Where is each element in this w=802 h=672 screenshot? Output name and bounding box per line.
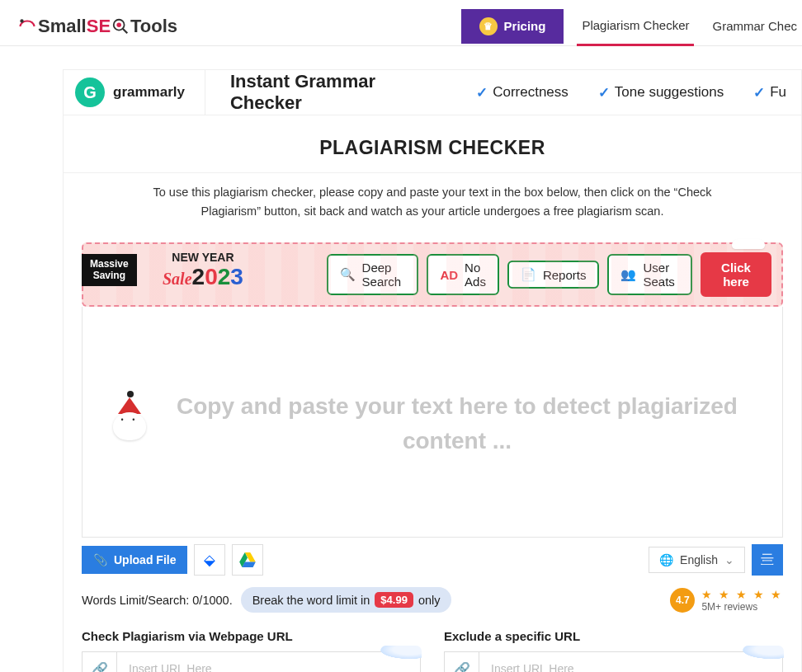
instructions-text: To use this plagiarism checker, please c…	[64, 172, 801, 242]
text-editor-area[interactable]: Copy and paste your text here to detect …	[82, 307, 783, 538]
chevron-down-icon: ⌄	[724, 553, 734, 566]
logo-text-small: Small	[38, 16, 87, 37]
grammarly-feature-correctness: ✓Correctness	[461, 84, 583, 101]
santa-icon	[111, 397, 149, 440]
globe-icon: 🌐	[659, 553, 673, 566]
check-icon: ✓	[753, 84, 765, 101]
language-selector[interactable]: 🌐 English ⌄	[649, 547, 745, 573]
exclude-url-input[interactable]	[479, 652, 782, 672]
exclude-url-column: Exclude a specific URL 🔗	[444, 629, 783, 672]
svg-point-0	[20, 19, 23, 22]
exclude-url-label: Exclude a specific URL	[444, 629, 783, 643]
users-icon: 👥	[620, 267, 636, 282]
check-url-column: Check Plagiarism via Webpage URL 🔗	[82, 629, 421, 672]
nav-plagiarism-checker[interactable]: Plagiarism Checker	[577, 7, 694, 46]
text-width-icon: 亖	[761, 552, 774, 569]
promo-pill-reports[interactable]: 📄Reports	[507, 261, 600, 289]
text-format-button[interactable]: 亖	[752, 544, 783, 576]
pricing-label: Pricing	[504, 19, 546, 33]
price-badge: $4.99	[375, 592, 413, 608]
snow-decoration	[732, 239, 765, 249]
magnifier-icon	[111, 17, 130, 35]
url-inputs-row: Check Plagiarism via Webpage URL 🔗 Exclu…	[82, 629, 783, 672]
promo-pill-user-seats[interactable]: 👥User Seats	[607, 254, 692, 295]
check-url-input-wrap: 🔗	[82, 651, 421, 672]
upload-file-button[interactable]: 📎 Upload File	[82, 546, 187, 574]
svg-line-3	[123, 28, 128, 33]
reviews-block[interactable]: 4.7 ★ ★ ★ ★ ★ 5M+ reviews	[670, 588, 783, 613]
stars-icon: ★ ★ ★ ★ ★	[701, 588, 783, 601]
promo-click-here-button[interactable]: Click here	[701, 252, 771, 297]
grammarly-logo: G grammarly	[64, 70, 205, 115]
link-icon: 🔗	[445, 652, 479, 672]
new-year-label: NEW YEAR	[163, 251, 243, 264]
words-limit-row: Words Limit/Search: 0/1000. Break the wo…	[82, 587, 783, 613]
logo-text-seo: SE	[87, 16, 111, 37]
grammarly-feature-tone: ✓Tone suggestions	[583, 84, 738, 101]
review-count: 5M+ reviews	[701, 601, 783, 613]
sale-word: Sale	[163, 270, 192, 289]
google-drive-button[interactable]	[232, 544, 263, 576]
logo[interactable]: SmallSETools	[17, 16, 177, 37]
google-drive-icon	[239, 552, 256, 567]
top-nav: ♛ Pricing Plagiarism Checker Grammar Che…	[461, 7, 802, 46]
editor-placeholder: Copy and paste your text here to detect …	[165, 389, 749, 458]
grammarly-ad-bar[interactable]: G grammarly Instant Grammar Checker ✓Cor…	[63, 69, 802, 115]
promo-saving-tag: Massive Saving	[82, 254, 137, 285]
logo-text-tools: Tools	[130, 16, 177, 37]
crown-icon: ♛	[479, 17, 498, 35]
promo-sale-block: NEW YEAR Sale 2 0 2 3	[163, 251, 243, 290]
promo-pill-deep-search[interactable]: 🔍Deep Search	[327, 254, 419, 295]
dropbox-button[interactable]: ⬙	[194, 544, 225, 576]
promo-banner: Massive Saving NEW YEAR Sale 2 0 2 3 🔍De…	[82, 242, 783, 307]
promo-pill-no-ads[interactable]: ADNo Ads	[427, 254, 499, 295]
exclude-url-input-wrap: 🔗	[444, 651, 783, 672]
header: SmallSETools ♛ Pricing Plagiarism Checke…	[0, 0, 802, 46]
editor-toolbar: 📎 Upload File ⬙ 🌐 English ⌄ 亖	[82, 538, 783, 576]
pricing-button[interactable]: ♛ Pricing	[461, 9, 564, 44]
grammarly-headline: Instant Grammar Checker	[205, 71, 461, 114]
check-icon: ✓	[598, 84, 610, 101]
rating-value: 4.7	[670, 588, 695, 613]
grammarly-g-icon: G	[75, 78, 105, 107]
logo-mark-icon	[17, 16, 38, 37]
no-ads-icon: AD	[440, 268, 458, 282]
search-icon: 🔍	[340, 267, 356, 282]
nav-grammar-checker[interactable]: Grammar Chec	[707, 7, 802, 45]
page-title: PLAGIARISM CHECKER	[64, 115, 801, 172]
main-panel: PLAGIARISM CHECKER To use this plagiaris…	[63, 115, 802, 672]
grammarly-brand-text: grammarly	[113, 84, 185, 101]
check-url-input[interactable]	[117, 652, 420, 672]
check-url-label: Check Plagiarism via Webpage URL	[82, 629, 421, 643]
grammarly-feature-full: ✓Fu	[738, 84, 801, 101]
link-icon: 🔗	[83, 652, 117, 672]
dropbox-icon: ⬙	[204, 551, 215, 569]
check-icon: ✓	[476, 84, 488, 101]
svg-point-2	[116, 22, 121, 27]
break-limit-link[interactable]: Break the word limit in $4.99 only	[241, 587, 452, 613]
words-limit-label: Words Limit/Search: 0/1000.	[82, 594, 233, 607]
paperclip-icon: 📎	[93, 553, 107, 566]
report-icon: 📄	[521, 267, 536, 282]
